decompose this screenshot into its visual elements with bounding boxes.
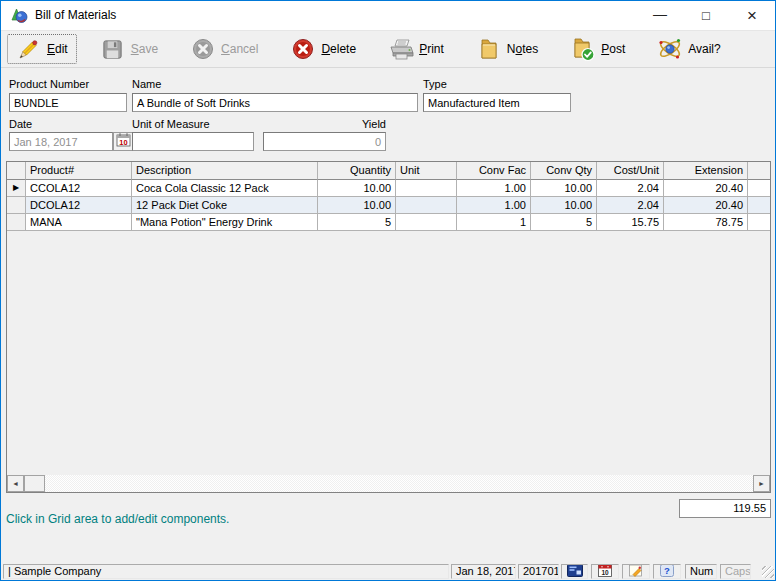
table-row[interactable]: DCOLA12 12 Pack Diet Coke 10.00 1.00 10.… (7, 197, 770, 214)
cell-conv-qty[interactable]: 10.00 (531, 180, 597, 197)
cell-conv-fac[interactable]: 1.00 (457, 180, 531, 197)
print-button-label: Print (419, 42, 444, 56)
date-field[interactable]: Jan 18, 2017 (9, 132, 113, 151)
notes-button[interactable]: Notes (467, 34, 547, 64)
calendar-icon: 10 (598, 564, 612, 579)
help-icon: ? (660, 564, 674, 579)
row-selector[interactable] (7, 214, 26, 231)
save-button[interactable]: Save (91, 34, 167, 64)
cell-extension[interactable]: 20.40 (664, 180, 748, 197)
grid-header-selector (7, 162, 26, 180)
cell-description[interactable]: 12 Pack Diet Coke (132, 197, 318, 214)
name-field[interactable]: A Bundle of Soft Drinks (132, 93, 418, 112)
caps-lock-indicator: Caps (720, 564, 751, 579)
cell-unit[interactable] (396, 180, 457, 197)
scroll-left-button[interactable]: ◄ (7, 475, 24, 492)
print-button[interactable]: Print (379, 34, 453, 64)
cell-product[interactable]: MANA (26, 214, 132, 231)
cell-description[interactable]: "Mana Potion" Energy Drink (132, 214, 318, 231)
num-lock-indicator: Num (685, 564, 717, 579)
yield-field[interactable]: 0 (263, 132, 386, 151)
row-selector[interactable] (7, 197, 26, 214)
edit-note-button[interactable] (622, 564, 650, 579)
cell-cost-unit[interactable]: 2.04 (597, 197, 664, 214)
grid-header-row: Product# Description Quantity Unit Conv … (7, 162, 770, 180)
cell-unit[interactable] (396, 214, 457, 231)
cell-unit[interactable] (396, 197, 457, 214)
product-number-label: Product Number (9, 78, 89, 90)
cell-quantity[interactable]: 10.00 (318, 197, 396, 214)
cell-cost-unit[interactable]: 2.04 (597, 180, 664, 197)
grid-header-cost-unit: Cost/Unit (597, 162, 664, 180)
printer-icon (388, 36, 414, 62)
cancel-button[interactable]: Cancel (181, 34, 267, 64)
cell-product[interactable]: CCOLA12 (26, 180, 132, 197)
calendar-button[interactable]: 10 (113, 132, 134, 151)
svg-text:?: ? (664, 565, 670, 576)
horizontal-scrollbar[interactable]: ◄ ► (7, 475, 770, 492)
cell-conv-qty[interactable]: 10.00 (531, 197, 597, 214)
atom-icon (657, 36, 683, 62)
row-selector-marker[interactable]: ▶ (7, 180, 26, 197)
company-panel: | Sample Company (3, 564, 449, 579)
scroll-right-icon: ► (758, 480, 765, 487)
red-x-circle-icon (290, 36, 316, 62)
calendar-icon: 10 (116, 132, 131, 151)
cell-description[interactable]: Coca Cola Classic 12 Pack (132, 180, 318, 197)
scroll-right-button[interactable]: ► (753, 475, 770, 492)
scroll-left-icon: ◄ (12, 480, 19, 487)
avail-button[interactable]: Avail? (648, 34, 729, 64)
cell-product[interactable]: DCOLA12 (26, 197, 132, 214)
type-field[interactable]: Manufactured Item (423, 93, 571, 112)
cell-conv-fac[interactable]: 1 (457, 214, 531, 231)
total-extension-field: 119.55 (679, 499, 771, 518)
date-label: Date (9, 118, 32, 130)
cell-extension[interactable]: 78.75 (664, 214, 748, 231)
help-button[interactable]: ? (653, 564, 681, 579)
company-profile-button[interactable] (561, 564, 588, 579)
bill-of-materials-window: Bill of Materials — □ × Edit (0, 0, 776, 581)
resize-grip[interactable] (762, 566, 774, 578)
scrollbar-thumb[interactable] (24, 475, 45, 492)
minimize-button[interactable]: — (637, 1, 683, 30)
fiscal-period-panel: 201701 (518, 564, 559, 579)
cell-extension[interactable]: 20.40 (664, 197, 748, 214)
cell-conv-qty[interactable]: 5 (531, 214, 597, 231)
delete-button-label: Delete (321, 42, 356, 56)
modules-screen-icon (567, 564, 583, 579)
table-row[interactable]: ▶ CCOLA12 Coca Cola Classic 12 Pack 10.0… (7, 180, 770, 197)
folder-icon (476, 36, 502, 62)
unit-of-measure-field[interactable] (132, 132, 254, 151)
yield-label: Yield (341, 118, 386, 130)
cell-quantity[interactable]: 5 (318, 214, 396, 231)
folder-check-icon (570, 36, 596, 62)
name-label: Name (132, 78, 161, 90)
current-row-arrow-icon: ▶ (13, 183, 19, 192)
grid-header-filler (748, 162, 770, 180)
gray-x-circle-icon (190, 36, 216, 62)
cancel-button-label: Cancel (221, 42, 258, 56)
cell-cost-unit[interactable]: 15.75 (597, 214, 664, 231)
components-grid[interactable]: Product# Description Quantity Unit Conv … (6, 161, 771, 493)
edit-button[interactable]: Edit (7, 34, 77, 64)
delete-button[interactable]: Delete (281, 34, 365, 64)
status-date-panel: Jan 18, 2017 (451, 564, 516, 579)
post-button[interactable]: Post (561, 34, 634, 64)
table-row[interactable]: MANA "Mana Potion" Energy Drink 5 1 5 15… (7, 214, 770, 231)
save-button-label: Save (131, 42, 158, 56)
cell-conv-fac[interactable]: 1.00 (457, 197, 531, 214)
edit-button-label: Edit (47, 42, 68, 56)
status-calendar-button[interactable]: 10 (591, 564, 619, 579)
unit-of-measure-label: Unit of Measure (132, 118, 210, 130)
grid-header-conv-qty: Conv Qty (531, 162, 597, 180)
maximize-button[interactable]: □ (683, 1, 729, 30)
product-number-field[interactable]: BUNDLE (9, 93, 127, 112)
cell-quantity[interactable]: 10.00 (318, 180, 396, 197)
floppy-disk-icon (100, 36, 126, 62)
title-bar[interactable]: Bill of Materials — □ × (1, 1, 775, 30)
close-button[interactable]: × (729, 1, 775, 30)
pencil-icon (16, 36, 42, 62)
grid-header-unit: Unit (396, 162, 457, 180)
svg-text:10: 10 (601, 569, 609, 576)
status-bar: | Sample Company Jan 18, 2017 201701 10 (1, 563, 775, 580)
